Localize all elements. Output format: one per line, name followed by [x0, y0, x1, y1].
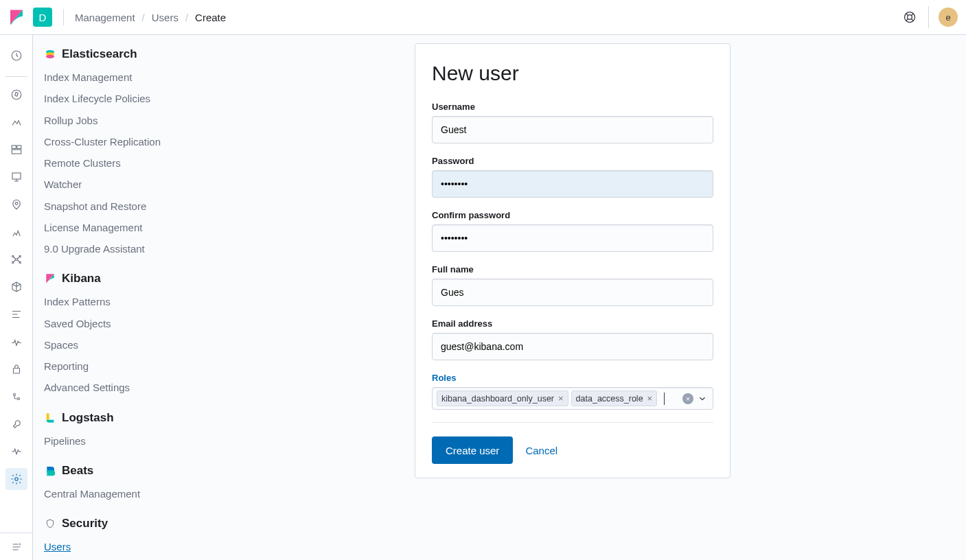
role-pill: data_access_role ×	[571, 390, 658, 406]
monitoring-icon[interactable]	[5, 441, 27, 463]
logs-icon[interactable]	[5, 276, 27, 298]
nav-link[interactable]: License Management	[44, 217, 198, 238]
kibana-icon	[44, 272, 56, 285]
nav-link[interactable]: Remote Clusters	[44, 152, 198, 174]
nav-heading-label: Kibana	[62, 272, 101, 285]
svg-point-19	[13, 394, 15, 396]
security-icon	[44, 517, 56, 530]
cancel-button[interactable]: Cancel	[525, 445, 557, 456]
dashboard-icon[interactable]	[5, 139, 27, 161]
svg-point-24	[46, 55, 54, 58]
visualize-icon[interactable]	[5, 111, 27, 133]
compass-icon[interactable]	[5, 84, 27, 106]
nav-section-logstash: Logstash Pipelines	[44, 411, 198, 452]
header-divider	[928, 6, 929, 28]
recent-icon[interactable]	[5, 45, 27, 67]
space-selector[interactable]: D	[33, 8, 52, 27]
svg-rect-9	[16, 145, 21, 149]
confirm-password-label: Confirm password	[432, 210, 713, 220]
breadcrumb-item[interactable]: Users	[152, 12, 179, 23]
confirm-password-input[interactable]	[432, 224, 713, 252]
clear-roles-icon[interactable]: ×	[682, 393, 693, 404]
apm-icon[interactable]	[5, 303, 27, 325]
email-label: Email address	[432, 318, 713, 329]
chevron-down-icon[interactable]	[698, 394, 707, 404]
nav-heading-label: Logstash	[62, 411, 114, 425]
nav-link[interactable]: Central Management	[44, 483, 198, 504]
combobox-cursor	[664, 393, 665, 405]
remove-role-icon[interactable]: ×	[558, 393, 564, 404]
nav-link[interactable]: Index Management	[44, 67, 198, 88]
create-user-button[interactable]: Create user	[432, 436, 513, 464]
nav-link[interactable]: 9.0 Upgrade Assistant	[44, 238, 198, 259]
nav-link[interactable]: Index Lifecycle Policies	[44, 88, 198, 109]
svg-rect-25	[47, 413, 49, 419]
svg-point-7	[12, 90, 21, 100]
svg-line-2	[906, 14, 908, 16]
avatar[interactable]: e	[939, 8, 958, 27]
management-icon[interactable]	[5, 468, 27, 490]
svg-rect-10	[12, 150, 21, 154]
nav-link[interactable]: Pipelines	[44, 430, 198, 452]
roles-combobox[interactable]: kibana_dashboard_only_user × data_access…	[432, 387, 713, 410]
infra-icon[interactable]	[5, 248, 27, 270]
stack-icon[interactable]	[5, 413, 27, 435]
svg-line-3	[912, 14, 914, 16]
fullname-label: Full name	[432, 264, 713, 275]
breadcrumb-sep: /	[185, 12, 188, 23]
canvas-icon[interactable]	[5, 166, 27, 188]
password-input[interactable]	[432, 170, 713, 198]
kibana-logo-icon	[8, 9, 25, 25]
siem-icon[interactable]	[5, 358, 27, 380]
password-label: Password	[432, 156, 713, 166]
nav-link[interactable]: Spaces	[44, 334, 198, 355]
devtools-icon[interactable]	[5, 386, 27, 408]
new-user-panel: New user Username Password Confirm passw…	[415, 43, 731, 478]
uptime-icon[interactable]	[5, 331, 27, 353]
nav-link[interactable]: Index Patterns	[44, 291, 198, 312]
nav-link-roles[interactable]: Roles	[44, 557, 198, 560]
roles-label: Roles	[432, 373, 713, 383]
remove-role-icon[interactable]: ×	[647, 393, 653, 404]
svg-rect-11	[12, 173, 21, 179]
username-input[interactable]	[432, 116, 713, 143]
svg-point-12	[15, 202, 18, 205]
nav-section-elasticsearch: Elasticsearch Index Management Index Lif…	[44, 47, 198, 259]
svg-line-5	[912, 19, 914, 21]
ml-icon[interactable]	[5, 221, 27, 243]
header-bar: D Management / Users / Create e	[0, 0, 966, 35]
svg-point-13	[15, 259, 17, 261]
nav-link[interactable]: Reporting	[44, 355, 198, 377]
nav-link-users[interactable]: Users	[44, 536, 198, 557]
nav-link[interactable]: Snapshot and Restore	[44, 196, 198, 217]
nav-heading-label: Beats	[62, 464, 93, 478]
fullname-input[interactable]	[432, 279, 713, 306]
nav-heading-label: Security	[62, 517, 108, 530]
nav-heading: Beats	[44, 464, 198, 478]
page-title: New user	[432, 62, 713, 85]
header-divider	[63, 9, 64, 25]
nav-heading: Logstash	[44, 411, 198, 425]
breadcrumb-item[interactable]: Management	[75, 12, 135, 23]
nav-link[interactable]: Watcher	[44, 174, 198, 195]
maps-icon[interactable]	[5, 194, 27, 215]
elasticsearch-icon	[44, 48, 56, 60]
management-sidebar: Elasticsearch Index Management Index Lif…	[33, 35, 205, 560]
nav-link[interactable]: Rollup Jobs	[44, 110, 198, 131]
role-pill-label: data_access_role	[576, 394, 643, 404]
nav-section-beats: Beats Central Management	[44, 464, 198, 504]
nav-section-kibana: Kibana Index Patterns Saved Objects Spac…	[44, 272, 198, 398]
nav-heading: Elasticsearch	[44, 47, 198, 61]
svg-point-21	[14, 478, 18, 481]
username-label: Username	[432, 102, 713, 112]
nav-link[interactable]: Saved Objects	[44, 313, 198, 334]
form-divider	[432, 422, 713, 423]
role-pill: kibana_dashboard_only_user ×	[437, 390, 568, 406]
email-input[interactable]	[432, 333, 713, 360]
nav-link[interactable]: Cross-Cluster Replication	[44, 131, 198, 152]
svg-rect-18	[13, 369, 19, 374]
svg-line-4	[906, 19, 908, 21]
collapse-rail-button[interactable]	[0, 533, 32, 560]
help-icon[interactable]	[901, 8, 919, 26]
nav-link[interactable]: Advanced Settings	[44, 377, 198, 398]
